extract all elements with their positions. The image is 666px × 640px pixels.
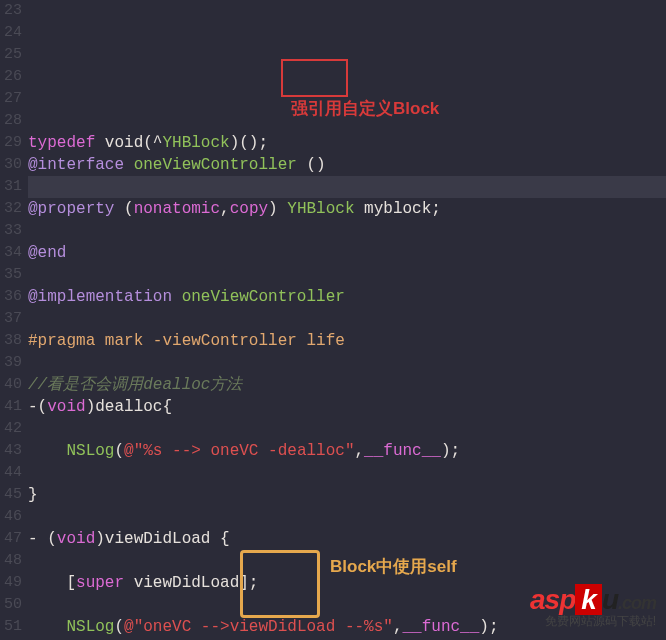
line-number: 36 — [4, 286, 22, 308]
line-number: 49 — [4, 572, 22, 594]
line-number: 27 — [4, 88, 22, 110]
line-number: 50 — [4, 594, 22, 616]
line-number: 37 — [4, 308, 22, 330]
code-token: ); — [479, 618, 498, 636]
code-line[interactable] — [28, 176, 666, 198]
code-token: oneViewController — [182, 288, 345, 306]
line-number: 31 — [4, 176, 22, 198]
line-number: 41 — [4, 396, 22, 418]
code-token: myblock; — [364, 200, 441, 218]
code-token — [28, 618, 66, 636]
code-token: nonatomic — [134, 200, 220, 218]
code-line[interactable] — [28, 462, 666, 484]
line-number: 34 — [4, 242, 22, 264]
line-number: 47 — [4, 528, 22, 550]
code-line[interactable]: @implementation oneViewController — [28, 286, 666, 308]
code-token: __func__ — [364, 442, 441, 460]
code-line[interactable] — [28, 308, 666, 330]
code-token: YHBlock — [162, 134, 229, 152]
code-token: , — [393, 618, 403, 636]
code-token: oneViewController — [134, 156, 307, 174]
code-token: void(^ — [105, 134, 163, 152]
code-line[interactable]: - (void)viewDidLoad { — [28, 528, 666, 550]
watermark-subtitle: 免费网站源码下载站! — [530, 610, 656, 632]
code-token: NSLog — [66, 618, 114, 636]
code-line[interactable]: @end — [28, 242, 666, 264]
line-number: 28 — [4, 110, 22, 132]
line-number: 42 — [4, 418, 22, 440]
code-token: @end — [28, 244, 66, 262]
code-token: copy — [230, 200, 268, 218]
code-token: @implementation — [28, 288, 182, 306]
code-token: void — [57, 530, 95, 548]
line-number: 33 — [4, 220, 22, 242]
line-number: 30 — [4, 154, 22, 176]
line-number: 51 — [4, 616, 22, 638]
code-content[interactable]: 强引用自定义Block Block中使用self typedef void(^Y… — [28, 0, 666, 640]
line-number: 29 — [4, 132, 22, 154]
code-line[interactable] — [28, 506, 666, 528]
code-token: ( — [124, 200, 134, 218]
line-number: 32 — [4, 198, 22, 220]
code-line[interactable]: typedef void(^YHBlock)(); — [28, 132, 666, 154]
code-line[interactable] — [28, 264, 666, 286]
code-token: super — [76, 574, 134, 592]
code-token — [28, 442, 66, 460]
code-token: ) — [268, 200, 287, 218]
annotation-label-strong-reference: 强引用自定义Block — [291, 98, 439, 120]
line-number: 45 — [4, 484, 22, 506]
line-number: 24 — [4, 22, 22, 44]
code-token: typedef — [28, 134, 105, 152]
code-token: //看是否会调用dealloc方法 — [28, 376, 242, 394]
code-token: __func__ — [403, 618, 480, 636]
code-token: - ( — [28, 530, 57, 548]
code-token: , — [220, 200, 230, 218]
code-token: ( — [114, 442, 124, 460]
line-number: 39 — [4, 352, 22, 374]
line-number: 26 — [4, 66, 22, 88]
code-line[interactable]: //看是否会调用dealloc方法 — [28, 374, 666, 396]
code-line[interactable]: #pragma mark -viewController life — [28, 330, 666, 352]
code-token: ( — [114, 618, 124, 636]
line-number: 44 — [4, 462, 22, 484]
code-token: )dealloc{ — [86, 398, 172, 416]
code-token: @"%s --> oneVC -dealloc" — [124, 442, 354, 460]
code-token: -( — [28, 398, 47, 416]
code-token: @property — [28, 200, 124, 218]
line-number: 38 — [4, 330, 22, 352]
code-line[interactable] — [28, 352, 666, 374]
code-line[interactable]: -(void)dealloc{ — [28, 396, 666, 418]
code-token: [ — [28, 574, 76, 592]
code-token: )viewDidLoad { — [95, 530, 229, 548]
code-line[interactable] — [28, 418, 666, 440]
annotation-label-block-self: Block中使用self — [330, 556, 457, 578]
code-token: NSLog — [66, 442, 114, 460]
annotation-box-copy — [281, 59, 348, 97]
line-number: 48 — [4, 550, 22, 572]
code-token: ); — [441, 442, 460, 460]
code-line[interactable]: NSLog(@"%s --> oneVC -dealloc",__func__)… — [28, 440, 666, 462]
line-number: 43 — [4, 440, 22, 462]
line-number: 23 — [4, 0, 22, 22]
line-number: 35 — [4, 264, 22, 286]
code-token: @interface — [28, 156, 134, 174]
code-token: viewDidLoad]; — [134, 574, 259, 592]
code-token: () — [306, 156, 325, 174]
line-gutter: 2324252627282930313233343536373839404142… — [0, 0, 28, 640]
code-token: )(); — [230, 134, 268, 152]
code-token: void — [47, 398, 85, 416]
code-token: , — [354, 442, 364, 460]
code-line[interactable] — [28, 220, 666, 242]
line-number: 40 — [4, 374, 22, 396]
code-line[interactable]: @interface oneViewController () — [28, 154, 666, 176]
code-token: YHBlock — [287, 200, 364, 218]
code-token: } — [28, 486, 38, 504]
code-line[interactable]: } — [28, 484, 666, 506]
line-number: 25 — [4, 44, 22, 66]
code-editor[interactable]: 2324252627282930313233343536373839404142… — [0, 0, 666, 640]
watermark: aspku.com 免费网站源码下载站! — [530, 589, 656, 632]
code-line[interactable]: @property (nonatomic,copy) YHBlock myblo… — [28, 198, 666, 220]
code-token: @"oneVC -->viewDidLoad --%s" — [124, 618, 393, 636]
line-number: 46 — [4, 506, 22, 528]
code-token: #pragma mark -viewController life — [28, 332, 345, 350]
